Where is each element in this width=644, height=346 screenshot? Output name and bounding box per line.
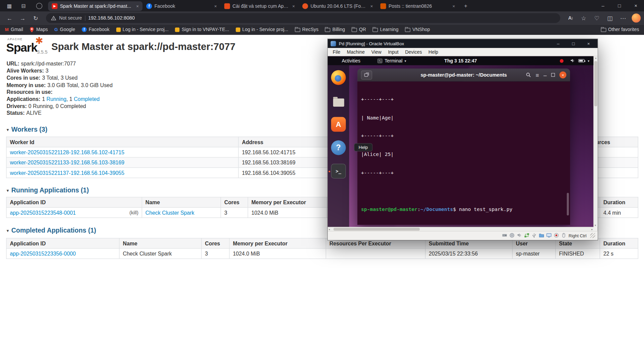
workers-section-header[interactable]: ▾ Workers (3) xyxy=(6,126,47,133)
completed-apps-table: Application ID Name Cores Memory per Exe… xyxy=(6,238,638,259)
vm-horizontal-scrollbar[interactable]: ◂▸ xyxy=(328,227,593,231)
address-bar[interactable]: Not secure 192.168.56.102:8080 xyxy=(46,13,560,23)
menu-input[interactable]: Input xyxy=(385,49,402,54)
running-apps-section-header[interactable]: ▾ Running Applications (1) xyxy=(6,187,89,194)
clock[interactable]: Thg 3 15 22:47 xyxy=(444,58,477,63)
window-maximize-button[interactable]: □ xyxy=(611,0,628,11)
vm-maximize-button[interactable]: □ xyxy=(567,39,579,48)
bookmark-folder-learning[interactable]: Learning xyxy=(373,27,398,32)
worker-link[interactable]: worker-20250315221133-192.168.56.103-381… xyxy=(10,159,124,165)
tab-spark-master[interactable]: ▶ Spark Master at spark://pd-mast... × xyxy=(48,1,143,11)
bookmark-folder-qr[interactable]: QR xyxy=(352,27,366,32)
new-tab-button[interactable]: + xyxy=(459,1,473,10)
spark-logo[interactable]: APACHE Spark ✱ xyxy=(6,37,42,55)
terminal-output[interactable]: +-----+---+ | Name|Age| +-----+---+ |Ali… xyxy=(357,82,570,225)
split-screen-icon[interactable]: ◫ xyxy=(604,13,616,24)
vm-minimize-button[interactable]: – xyxy=(552,39,564,48)
menu-view[interactable]: View xyxy=(368,49,385,54)
running-apps-link[interactable]: Running xyxy=(47,96,67,102)
completed-apps-section-header[interactable]: ▾ Completed Applications (1) xyxy=(6,227,96,234)
kill-link[interactable]: (kill) xyxy=(129,210,139,215)
dock-firefox-icon[interactable] xyxy=(331,70,346,85)
favorites-star-icon[interactable]: ☆ xyxy=(577,13,590,24)
collapse-arrow-icon[interactable]: ▾ xyxy=(6,127,9,132)
tab-close-icon[interactable]: × xyxy=(214,3,217,8)
audio-icon[interactable] xyxy=(517,233,522,238)
tab-close-icon[interactable]: × xyxy=(136,3,139,8)
vm-close-button[interactable]: × xyxy=(583,39,595,48)
completed-apps-link[interactable]: Completed xyxy=(74,96,99,102)
dock-help-icon[interactable]: ? xyxy=(331,140,346,155)
worker-link[interactable]: worker-20250315221137-192.168.56.104-390… xyxy=(10,170,124,176)
network-icon[interactable] xyxy=(524,233,529,238)
workspaces-icon[interactable]: ▦ xyxy=(2,1,16,10)
mouse-integration-icon[interactable] xyxy=(561,233,567,238)
new-terminal-icon[interactable] xyxy=(361,70,372,79)
tab-close-icon[interactable]: × xyxy=(452,3,455,8)
collapse-arrow-icon[interactable]: ▾ xyxy=(6,188,9,193)
tab-label: Facebook xyxy=(154,3,212,8)
tab-close-icon[interactable]: × xyxy=(370,3,373,8)
back-icon[interactable]: ← xyxy=(3,13,16,24)
settings-menu-icon[interactable]: ⋯ xyxy=(617,13,629,24)
tab-facebook[interactable]: f Facebook × xyxy=(143,1,221,11)
tab-actions-icon[interactable]: ⊟ xyxy=(17,1,30,10)
terminal-scrollbar[interactable] xyxy=(567,193,569,215)
read-aloud-icon[interactable]: A) xyxy=(564,13,576,24)
terminal-headerbar[interactable]: sp-master@pd-master: ~/Documents ≡ – × xyxy=(357,69,570,82)
display-icon[interactable] xyxy=(546,233,552,238)
system-tray[interactable]: ▾ xyxy=(560,56,590,65)
usb-icon[interactable] xyxy=(531,233,537,238)
pinned-tab[interactable] xyxy=(36,3,42,9)
search-icon[interactable] xyxy=(526,72,531,78)
browser-essentials-icon[interactable]: ♡ xyxy=(591,13,603,24)
refresh-icon[interactable]: ↻ xyxy=(30,13,42,24)
menu-file[interactable]: File xyxy=(329,49,344,54)
forward-icon[interactable]: → xyxy=(17,13,29,24)
bookmark-vnpay[interactable]: Sign in to VNPAY-TE... xyxy=(175,27,229,32)
activities-button[interactable]: Activities xyxy=(342,58,360,63)
tab-close-icon[interactable]: × xyxy=(292,3,295,8)
terminal-line: | Name|Age| xyxy=(361,115,567,121)
window-close-button[interactable]: × xyxy=(627,0,644,11)
bookmark-google[interactable]: GGoogle xyxy=(54,27,75,32)
window-minimize-button[interactable]: – xyxy=(595,0,611,11)
terminal-close-icon[interactable]: × xyxy=(560,72,567,79)
bookmark-folder-recsys[interactable]: RecSys xyxy=(295,27,318,32)
bookmark-maps[interactable]: Maps xyxy=(30,27,48,32)
virtualbox-titlebar[interactable]: Pd [Running] - Oracle VirtualBox – □ × xyxy=(328,39,598,48)
app-link[interactable]: app-20250315223356-0000 xyxy=(10,250,76,257)
app-link[interactable]: app-20250315223548-0001 xyxy=(10,210,76,216)
dock-terminal-icon[interactable]: >_ xyxy=(331,164,346,179)
bookmark-folder-vnshop[interactable]: VNShop xyxy=(405,27,430,32)
collapse-arrow-icon[interactable]: ▾ xyxy=(6,228,9,233)
worker-link[interactable]: worker-20250315221128-192.168.56.102-417… xyxy=(10,149,124,155)
dock-files-icon[interactable] xyxy=(331,94,346,108)
bookmark-login-2[interactable]: Log in - Service proj... xyxy=(236,27,288,32)
tab-ubuntu[interactable]: Ubuntu 20.04.6 LTS (Focal Fossa) × xyxy=(299,1,377,11)
menu-icon[interactable]: ≡ xyxy=(536,72,539,78)
resize-grip[interactable] xyxy=(590,233,595,238)
dock-software-icon[interactable]: A xyxy=(331,117,346,132)
recording-icon[interactable] xyxy=(554,233,559,238)
menu-devices[interactable]: Devices xyxy=(402,49,425,54)
dock-tooltip: Help xyxy=(354,143,372,151)
tab-posts[interactable]: Posts :: tientran0826 × xyxy=(377,1,459,11)
bookmark-gmail[interactable]: MGmail xyxy=(5,27,23,32)
hdd-icon[interactable] xyxy=(502,233,507,238)
profile-avatar[interactable] xyxy=(632,14,641,23)
bookmark-folder-billing[interactable]: Billing xyxy=(325,27,345,32)
menu-machine[interactable]: Machine xyxy=(344,49,368,54)
other-favorites[interactable]: Other favorites xyxy=(601,27,639,32)
bookmark-facebook[interactable]: fFacebook xyxy=(82,27,109,32)
menu-help[interactable]: Help xyxy=(425,49,441,54)
optical-disk-icon[interactable] xyxy=(510,233,515,238)
vm-vertical-scrollbar[interactable]: ▴▾ xyxy=(594,56,598,227)
tab-apache-setup[interactable]: Cài đặt và setup cụm Apache Spa... × xyxy=(221,1,299,11)
terminal-minimize-icon[interactable]: – xyxy=(543,72,546,78)
bookmark-login-1[interactable]: Log in - Service proj... xyxy=(116,27,168,32)
app-name-link[interactable]: Check Cluster Spark xyxy=(145,210,194,216)
app-menu[interactable]: >_ Terminal ▾ xyxy=(378,58,406,63)
shared-folders-icon[interactable] xyxy=(539,233,544,238)
terminal-maximize-icon[interactable] xyxy=(551,73,555,77)
